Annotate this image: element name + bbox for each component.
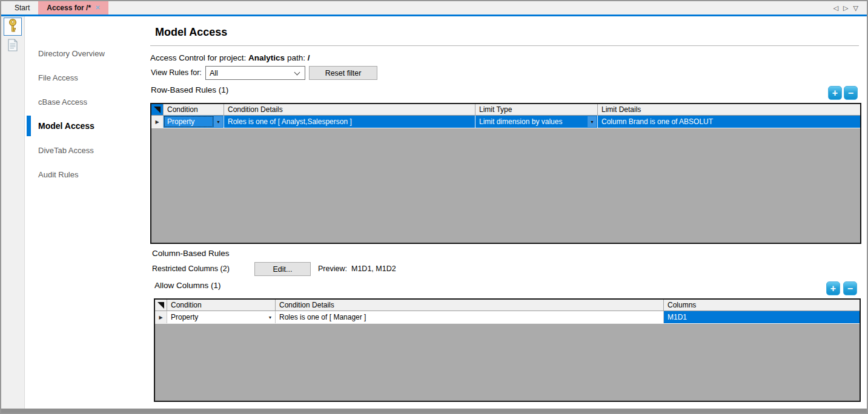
tab-access-for-root[interactable]: Access for /* ✕	[38, 1, 108, 15]
app-window: Start Access for /* ✕ ◁ ▷ ▽	[0, 0, 868, 414]
condition-details-cell[interactable]: Roles is one of [ Manager ]	[276, 311, 664, 323]
column-header-columns[interactable]: Columns	[664, 300, 860, 311]
select-all-cell[interactable]	[151, 104, 164, 116]
limit-type-dropdown[interactable]: Limit dimension by values ▼	[475, 116, 597, 128]
preview-label: Preview:	[318, 262, 347, 276]
path-label: path:	[287, 53, 305, 62]
remove-allow-column-button[interactable]: −	[843, 281, 857, 295]
title-divider	[150, 45, 859, 46]
tab-nav-icons: ◁ ▷ ▽	[833, 1, 858, 15]
sidebar-item-directory-overview[interactable]: Directory Overview	[25, 41, 150, 65]
row-based-rules-heading: Row-Based Rules (1)	[151, 85, 228, 94]
sidebar-item-label: Directory Overview	[38, 49, 105, 58]
column-header-condition-details[interactable]: Condition Details	[224, 104, 475, 116]
condition-value: Property	[167, 313, 265, 321]
condition-cell[interactable]: Property ▼	[164, 116, 224, 128]
project-name: Analytics	[248, 53, 285, 62]
view-rules-dropdown[interactable]: All	[205, 66, 305, 80]
limit-details-cell[interactable]: Column Brand is one of ABSOLUT	[598, 116, 860, 128]
preview-value: M1D1, M1D2	[351, 262, 396, 276]
sidebar-item-divetab-access[interactable]: DiveTab Access	[25, 138, 150, 162]
columns-cell[interactable]: M1D1	[664, 311, 860, 323]
sidebar-item-audit-rules[interactable]: Audit Rules	[25, 162, 150, 186]
sidebar-item-label: DiveTab Access	[38, 146, 94, 155]
window-bottom-frame	[1, 409, 867, 413]
sidebar-item-file-access[interactable]: File Access	[25, 65, 150, 90]
add-row-rule-button[interactable]: +	[828, 86, 842, 100]
select-all-icon	[157, 302, 164, 309]
key-icon	[6, 18, 19, 35]
tab-menu-icon[interactable]: ▽	[853, 4, 858, 12]
left-icon-rail	[1, 16, 25, 409]
sidebar-item-label: cBase Access	[38, 97, 87, 107]
document-icon	[7, 39, 18, 54]
view-rules-label: View Rules for:	[151, 66, 202, 80]
row-rules-grid-empty-area	[151, 128, 860, 243]
row-selector-icon: ▶	[155, 119, 159, 125]
dropdown-arrow-icon[interactable]: ▼	[214, 116, 223, 127]
sidebar-item-label: Model Access	[38, 121, 94, 131]
row-selector[interactable]: ▶	[151, 116, 164, 128]
row-selector[interactable]: ▶	[155, 311, 167, 323]
sidebar-item-cbase-access[interactable]: cBase Access	[25, 90, 150, 114]
restricted-columns-label: Restricted Columns (2)	[152, 262, 230, 276]
access-control-summary: Access Control for project: Analytics pa…	[150, 53, 310, 62]
dropdown-arrow-icon[interactable]: ▼	[588, 116, 597, 127]
access-prefix-label: Access Control for project:	[150, 53, 246, 62]
path-value: /	[308, 53, 310, 62]
chevron-down-icon	[294, 69, 300, 75]
condition-dropdown[interactable]: Property ▼	[167, 311, 275, 323]
column-based-rules-heading: Column-Based Rules	[152, 249, 230, 258]
tab-start[interactable]: Start	[6, 1, 38, 15]
row-rules-grid: Condition Condition Details Limit Type L…	[150, 103, 861, 244]
back-icon[interactable]: ◁	[833, 4, 838, 12]
dropdown-arrow-icon[interactable]: ▼	[265, 315, 275, 320]
column-header-condition[interactable]: Condition	[167, 300, 276, 311]
allow-columns-grid-empty-area	[155, 324, 860, 401]
close-icon[interactable]: ✕	[95, 5, 100, 11]
column-header-condition[interactable]: Condition	[164, 104, 224, 116]
view-rules-selected-value: All	[210, 69, 218, 77]
audit-log-rail-button[interactable]	[4, 37, 22, 55]
allow-columns-grid-header: Condition Condition Details Columns	[155, 300, 860, 311]
limit-type-cell[interactable]: Limit dimension by values ▼	[475, 116, 598, 128]
row-rule-row[interactable]: ▶ Property ▼ Roles is one of [ Analyst,S…	[151, 116, 860, 128]
remove-row-rule-button[interactable]: −	[844, 86, 858, 100]
allow-column-row[interactable]: ▶ Property ▼ Roles is one of [ Manager ]…	[155, 311, 860, 324]
condition-cell[interactable]: Property ▼	[167, 311, 276, 323]
limit-type-value: Limit dimension by values	[476, 116, 587, 127]
sidebar-item-label: File Access	[38, 73, 78, 82]
condition-value: Property	[164, 116, 213, 127]
column-header-limit-details[interactable]: Limit Details	[598, 104, 860, 116]
row-rules-grid-header: Condition Condition Details Limit Type L…	[151, 104, 860, 116]
tab-access-label: Access for /*	[47, 4, 91, 12]
add-allow-column-button[interactable]: +	[826, 281, 840, 295]
column-header-condition-details[interactable]: Condition Details	[276, 300, 664, 311]
select-all-cell[interactable]	[155, 300, 167, 311]
column-header-limit-type[interactable]: Limit Type	[475, 104, 598, 116]
reset-filter-button[interactable]: Reset filter	[309, 66, 377, 80]
sidebar-item-model-access[interactable]: Model Access	[25, 114, 150, 138]
sidebar-item-label: Audit Rules	[38, 170, 78, 179]
tab-bar: Start Access for /* ✕ ◁ ▷ ▽	[1, 1, 867, 15]
condition-dropdown[interactable]: Property ▼	[164, 116, 224, 128]
allow-columns-grid: Condition Condition Details Columns ▶ Pr…	[154, 298, 861, 402]
allow-columns-heading: Allow Columns (1)	[154, 281, 221, 290]
row-selector-icon: ▶	[159, 315, 162, 320]
condition-details-cell[interactable]: Roles is one of [ Analyst,Salesperson ]	[224, 116, 475, 128]
tab-start-label: Start	[15, 4, 30, 12]
edit-restricted-columns-button[interactable]: Edit...	[254, 262, 311, 276]
page-title: Model Access	[155, 26, 227, 39]
access-control-rail-button[interactable]	[4, 18, 22, 36]
access-sidebar: Directory Overview File Access cBase Acc…	[25, 16, 150, 409]
select-all-icon	[154, 107, 161, 113]
forward-icon[interactable]: ▷	[843, 4, 848, 12]
